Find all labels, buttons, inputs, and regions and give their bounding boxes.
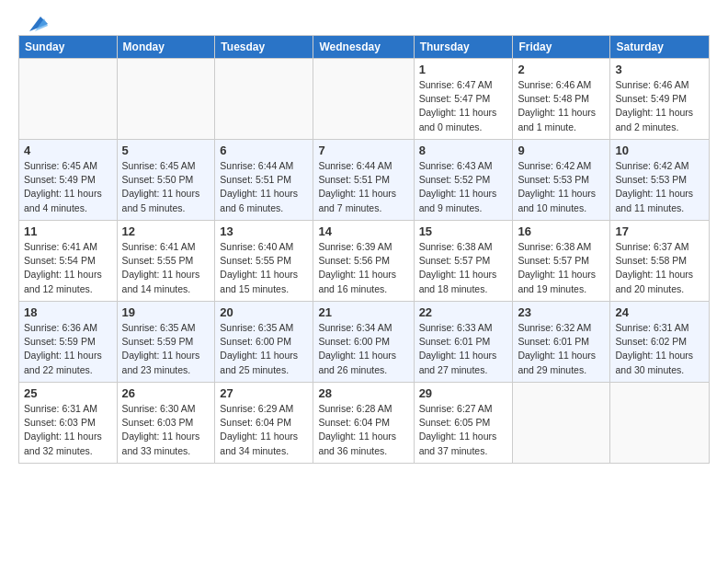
day-number: 21: [318, 305, 408, 319]
calendar-cell: 27Sunrise: 6:29 AMSunset: 6:04 PMDayligh…: [215, 383, 313, 464]
calendar-cell: 19Sunrise: 6:35 AMSunset: 5:59 PMDayligh…: [117, 302, 215, 383]
day-number: 27: [220, 386, 308, 400]
day-info: Sunrise: 6:35 AMSunset: 6:00 PMDaylight:…: [220, 321, 308, 377]
calendar-cell: 2Sunrise: 6:46 AMSunset: 5:48 PMDaylight…: [513, 59, 610, 140]
day-info: Sunrise: 6:44 AMSunset: 5:51 PMDaylight:…: [318, 159, 408, 215]
day-number: 3: [615, 63, 704, 76]
day-number: 18: [24, 305, 112, 319]
calendar-cell: 26Sunrise: 6:30 AMSunset: 6:03 PMDayligh…: [117, 383, 215, 464]
day-info: Sunrise: 6:33 AMSunset: 6:01 PMDaylight:…: [419, 321, 508, 377]
calendar-cell: 22Sunrise: 6:33 AMSunset: 6:01 PMDayligh…: [414, 302, 513, 383]
day-info: Sunrise: 6:43 AMSunset: 5:52 PMDaylight:…: [419, 159, 508, 215]
day-info: Sunrise: 6:40 AMSunset: 5:55 PMDaylight:…: [220, 240, 308, 296]
day-number: 24: [615, 305, 704, 319]
day-number: 29: [419, 386, 508, 400]
calendar-cell: 13Sunrise: 6:40 AMSunset: 5:55 PMDayligh…: [215, 221, 313, 302]
day-info: Sunrise: 6:32 AMSunset: 6:01 PMDaylight:…: [518, 321, 605, 377]
calendar-cell: 9Sunrise: 6:42 AMSunset: 5:53 PMDaylight…: [513, 140, 610, 221]
col-header-wednesday: Wednesday: [313, 36, 414, 59]
col-header-saturday: Saturday: [610, 36, 710, 59]
day-number: 10: [615, 144, 704, 157]
day-info: Sunrise: 6:35 AMSunset: 5:59 PMDaylight:…: [122, 321, 210, 377]
col-header-sunday: Sunday: [19, 36, 118, 59]
calendar-cell: 29Sunrise: 6:27 AMSunset: 6:05 PMDayligh…: [414, 383, 513, 464]
calendar-cell: 23Sunrise: 6:32 AMSunset: 6:01 PMDayligh…: [513, 302, 610, 383]
calendar-cell: 14Sunrise: 6:39 AMSunset: 5:56 PMDayligh…: [313, 221, 414, 302]
day-number: 20: [220, 305, 308, 319]
col-header-tuesday: Tuesday: [215, 36, 313, 59]
calendar-cell: 12Sunrise: 6:41 AMSunset: 5:55 PMDayligh…: [117, 221, 215, 302]
day-info: Sunrise: 6:42 AMSunset: 5:53 PMDaylight:…: [615, 159, 704, 215]
calendar-cell: 21Sunrise: 6:34 AMSunset: 6:00 PMDayligh…: [313, 302, 414, 383]
day-info: Sunrise: 6:47 AMSunset: 5:47 PMDaylight:…: [419, 78, 508, 134]
day-number: 2: [518, 63, 605, 76]
day-info: Sunrise: 6:46 AMSunset: 5:48 PMDaylight:…: [518, 78, 605, 134]
day-info: Sunrise: 6:45 AMSunset: 5:50 PMDaylight:…: [122, 159, 210, 215]
day-number: 6: [220, 144, 308, 157]
day-number: 1: [419, 63, 508, 76]
day-number: 14: [318, 224, 408, 238]
day-number: 19: [122, 305, 210, 319]
col-header-friday: Friday: [513, 36, 610, 59]
col-header-monday: Monday: [117, 36, 215, 59]
calendar-cell: 6Sunrise: 6:44 AMSunset: 5:51 PMDaylight…: [215, 140, 313, 221]
logo-icon: [20, 15, 48, 33]
calendar-cell: 11Sunrise: 6:41 AMSunset: 5:54 PMDayligh…: [19, 221, 118, 302]
day-number: 17: [615, 224, 704, 238]
day-number: 25: [24, 386, 112, 400]
day-number: 11: [24, 224, 112, 238]
day-info: Sunrise: 6:29 AMSunset: 6:04 PMDaylight:…: [220, 402, 308, 458]
day-number: 28: [318, 386, 408, 400]
day-number: 9: [518, 144, 605, 157]
calendar-cell: 10Sunrise: 6:42 AMSunset: 5:53 PMDayligh…: [610, 140, 710, 221]
day-info: Sunrise: 6:41 AMSunset: 5:55 PMDaylight:…: [122, 240, 210, 296]
day-info: Sunrise: 6:46 AMSunset: 5:49 PMDaylight:…: [615, 78, 704, 134]
day-info: Sunrise: 6:30 AMSunset: 6:03 PMDaylight:…: [122, 402, 210, 458]
day-number: 22: [419, 305, 508, 319]
day-info: Sunrise: 6:27 AMSunset: 6:05 PMDaylight:…: [419, 402, 508, 458]
calendar-cell: [117, 59, 215, 140]
day-number: 15: [419, 224, 508, 238]
calendar-cell: [313, 59, 414, 140]
col-header-thursday: Thursday: [414, 36, 513, 59]
calendar-cell: 5Sunrise: 6:45 AMSunset: 5:50 PMDaylight…: [117, 140, 215, 221]
calendar-cell: 20Sunrise: 6:35 AMSunset: 6:00 PMDayligh…: [215, 302, 313, 383]
day-info: Sunrise: 6:39 AMSunset: 5:56 PMDaylight:…: [318, 240, 408, 296]
calendar-cell: 3Sunrise: 6:46 AMSunset: 5:49 PMDaylight…: [610, 59, 710, 140]
day-info: Sunrise: 6:36 AMSunset: 5:59 PMDaylight:…: [24, 321, 112, 377]
calendar-cell: 8Sunrise: 6:43 AMSunset: 5:52 PMDaylight…: [414, 140, 513, 221]
calendar-cell: 15Sunrise: 6:38 AMSunset: 5:57 PMDayligh…: [414, 221, 513, 302]
day-info: Sunrise: 6:38 AMSunset: 5:57 PMDaylight:…: [518, 240, 605, 296]
day-info: Sunrise: 6:44 AMSunset: 5:51 PMDaylight:…: [220, 159, 308, 215]
calendar-cell: 4Sunrise: 6:45 AMSunset: 5:49 PMDaylight…: [19, 140, 118, 221]
day-info: Sunrise: 6:38 AMSunset: 5:57 PMDaylight:…: [419, 240, 508, 296]
calendar-cell: 28Sunrise: 6:28 AMSunset: 6:04 PMDayligh…: [313, 383, 414, 464]
day-info: Sunrise: 6:45 AMSunset: 5:49 PMDaylight:…: [24, 159, 112, 215]
day-info: Sunrise: 6:42 AMSunset: 5:53 PMDaylight:…: [518, 159, 605, 215]
day-info: Sunrise: 6:28 AMSunset: 6:04 PMDaylight:…: [318, 402, 408, 458]
day-number: 26: [122, 386, 210, 400]
day-number: 4: [24, 144, 112, 157]
day-info: Sunrise: 6:31 AMSunset: 6:03 PMDaylight:…: [24, 402, 112, 458]
day-number: 16: [518, 224, 605, 238]
calendar-cell: [610, 383, 710, 464]
day-number: 12: [122, 224, 210, 238]
logo: [18, 15, 48, 28]
calendar-cell: 25Sunrise: 6:31 AMSunset: 6:03 PMDayligh…: [19, 383, 118, 464]
calendar-cell: [19, 59, 118, 140]
day-number: 13: [220, 224, 308, 238]
calendar-cell: 7Sunrise: 6:44 AMSunset: 5:51 PMDaylight…: [313, 140, 414, 221]
day-info: Sunrise: 6:41 AMSunset: 5:54 PMDaylight:…: [24, 240, 112, 296]
calendar-cell: [513, 383, 610, 464]
day-info: Sunrise: 6:37 AMSunset: 5:58 PMDaylight:…: [615, 240, 704, 296]
calendar-cell: [215, 59, 313, 140]
calendar: SundayMondayTuesdayWednesdayThursdayFrid…: [18, 35, 710, 464]
day-number: 5: [122, 144, 210, 157]
day-number: 8: [419, 144, 508, 157]
calendar-cell: 17Sunrise: 6:37 AMSunset: 5:58 PMDayligh…: [610, 221, 710, 302]
day-info: Sunrise: 6:31 AMSunset: 6:02 PMDaylight:…: [615, 321, 704, 377]
calendar-cell: 18Sunrise: 6:36 AMSunset: 5:59 PMDayligh…: [19, 302, 118, 383]
day-number: 23: [518, 305, 605, 319]
calendar-cell: 24Sunrise: 6:31 AMSunset: 6:02 PMDayligh…: [610, 302, 710, 383]
day-number: 7: [318, 144, 408, 157]
